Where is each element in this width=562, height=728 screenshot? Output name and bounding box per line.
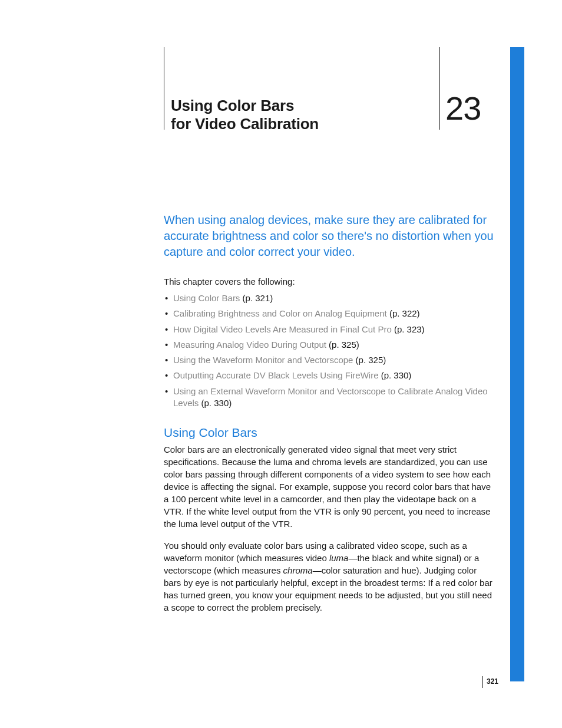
- toc-item: Using an External Waveform Monitor and V…: [164, 386, 494, 410]
- toc-link[interactable]: Measuring Analog Video During Output: [173, 340, 326, 350]
- toc-link[interactable]: Using Color Bars: [173, 293, 240, 303]
- body-paragraph: Color bars are an electronically generat…: [164, 443, 494, 530]
- chapter-title: Using Color Bars for Video Calibration: [171, 97, 319, 133]
- chapter-thumb-bar: [510, 47, 524, 681]
- chapter-intro: When using analog devices, make sure the…: [164, 212, 494, 260]
- chapter-number-divider: [439, 47, 440, 130]
- section-heading: Using Color Bars: [164, 426, 494, 440]
- document-page: 23 Using Color Bars for Video Calibratio…: [0, 0, 562, 728]
- toc-item: How Digital Video Levels Are Measured in…: [164, 324, 494, 335]
- toc-page-ref: (p. 330): [201, 398, 232, 408]
- toc-item: Calibrating Brightness and Color on Anal…: [164, 308, 494, 319]
- toc-link[interactable]: Outputting Accurate DV Black Levels Usin…: [173, 370, 378, 380]
- chapter-toc: Using Color Bars (p. 321) Calibrating Br…: [164, 292, 494, 409]
- chapter-title-line1: Using Color Bars: [171, 97, 294, 114]
- toc-page-ref: (p. 321): [243, 293, 273, 303]
- toc-item: Using Color Bars (p. 321): [164, 292, 494, 304]
- page-number-divider: [482, 676, 483, 688]
- toc-page-ref: (p. 325): [329, 340, 359, 350]
- toc-item: Outputting Accurate DV Black Levels Usin…: [164, 370, 494, 381]
- toc-page-ref: (p. 325): [356, 355, 386, 365]
- toc-item: Using the Waveform Monitor and Vectorsco…: [164, 354, 494, 366]
- toc-link[interactable]: Calibrating Brightness and Color on Anal…: [173, 308, 387, 318]
- toc-item: Measuring Analog Video During Output (p.…: [164, 339, 494, 351]
- toc-page-ref: (p. 323): [394, 324, 425, 334]
- body-paragraph: You should only evaluate color bars usin…: [164, 539, 494, 614]
- italic-term: luma: [329, 553, 349, 563]
- content-column: When using analog devices, make sure the…: [164, 212, 494, 623]
- toc-link[interactable]: Using the Waveform Monitor and Vectorsco…: [173, 355, 353, 365]
- italic-term: chroma: [283, 565, 313, 575]
- toc-intro-label: This chapter covers the following:: [164, 276, 494, 286]
- page-number: 321: [487, 677, 498, 686]
- chapter-number: 23: [445, 92, 481, 125]
- toc-page-ref: (p. 330): [381, 370, 412, 380]
- title-divider: [164, 47, 164, 130]
- toc-page-ref: (p. 322): [389, 308, 420, 318]
- toc-link[interactable]: How Digital Video Levels Are Measured in…: [173, 324, 392, 334]
- chapter-title-line2: for Video Calibration: [171, 115, 319, 133]
